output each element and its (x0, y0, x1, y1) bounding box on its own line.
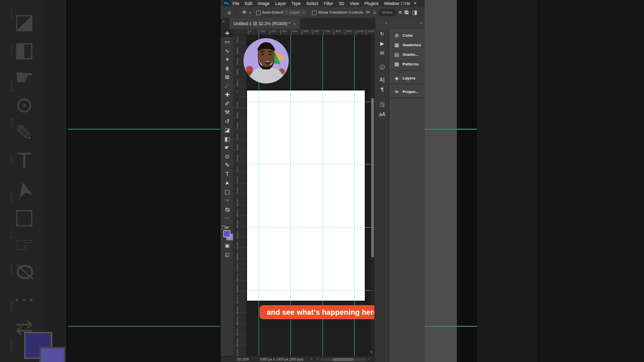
document-tab[interactable]: Untitled-1 @ 32.2% (RGB/8) * × (229, 18, 300, 29)
paragraph-icon[interactable]: ¶ (375, 87, 389, 93)
search-icon[interactable]: Ø (400, 10, 412, 15)
history-brush-tool[interactable]: ↺ (220, 117, 234, 125)
tab-close-icon[interactable]: × (293, 22, 296, 26)
menu-type[interactable]: Type (291, 1, 300, 6)
minimize-button[interactable]: — (387, 0, 394, 7)
screen-mode-icon[interactable]: ◱ (220, 252, 234, 257)
crop-tool[interactable]: ⋕ (220, 64, 234, 72)
panel-tab-swatches[interactable]: ▦Swatches (389, 40, 425, 50)
marquee-tool[interactable]: ▭ (220, 38, 234, 46)
move-tool[interactable]: ✛ (220, 29, 234, 37)
v-ruler-label: 1 3 0 0 (235, 231, 239, 239)
actions-icon[interactable]: ▶ (375, 41, 389, 46)
edit-toolbar[interactable]: ⋯ (220, 214, 234, 222)
home-icon[interactable]: ⌂ (227, 7, 231, 18)
v-ruler-label: 6 0 0 (235, 155, 239, 161)
maximize-button[interactable]: ▢ (399, 0, 406, 7)
type-tool-icon: T (225, 171, 229, 177)
panel-tab-properties[interactable]: ≡Proper... (389, 87, 425, 97)
align-left-icon[interactable]: ⊨ (366, 7, 370, 18)
menu-select[interactable]: Select (306, 1, 318, 6)
brush-tool[interactable]: ✐ (220, 100, 234, 108)
foreground-color-swatch[interactable] (223, 230, 230, 237)
panel-tab-patterns[interactable]: ▩Patterns (389, 59, 425, 69)
menu-filter[interactable]: Filter (324, 1, 333, 6)
tab-overflow-icon[interactable]: » (222, 19, 225, 24)
workspace-icon[interactable]: ◨ (412, 7, 417, 18)
menu-layer[interactable]: Layer (275, 1, 286, 6)
layer-dropdown[interactable]: Layer ∨ (283, 10, 306, 16)
zoom-tool[interactable]: Ø (220, 205, 234, 213)
dodge-tool[interactable]: ⊙ (220, 152, 234, 160)
align-center-icon[interactable]: ⊥ (373, 7, 377, 18)
close-button[interactable]: × (412, 0, 419, 7)
scroll-down-icon[interactable]: ∨ (370, 349, 373, 354)
eyedropper-tool[interactable]: ☄ (220, 82, 234, 90)
guide-vertical (290, 90, 291, 301)
guide-horizontal (247, 164, 365, 164)
patterns-panel-label: Patterns (403, 62, 419, 66)
eraser-tool[interactable]: ◪ (220, 126, 234, 134)
collapse-panels-icon[interactable]: « (384, 20, 387, 25)
chevron-down-icon[interactable]: ∨ (249, 7, 251, 18)
glyphs-icon[interactable]: aA (375, 112, 389, 117)
scroll-left-icon[interactable]: ‹ (317, 356, 318, 362)
document-canvas[interactable] (247, 90, 365, 301)
quick-mask-icon[interactable]: ▣ (220, 243, 234, 248)
panel-tab-layers[interactable]: ◈Layers (389, 73, 425, 83)
menu-3d[interactable]: 3D (339, 1, 344, 6)
type-tool[interactable]: T (220, 170, 234, 178)
document-tab-title: Untitled-1 @ 32.2% (RGB/8) * (233, 21, 290, 26)
panel-tab-gradients[interactable]: ▤Gradie... (389, 50, 425, 59)
menu-view[interactable]: View (350, 1, 359, 6)
healing-brush-tool[interactable]: ✚ (220, 90, 234, 99)
horizontal-scrollbar[interactable] (320, 358, 367, 361)
character-styles-icon[interactable]: ◳ (375, 102, 389, 107)
frame-tool[interactable]: ⊠ (220, 73, 234, 81)
clone-stamp-tool[interactable]: ⚒ (220, 108, 234, 116)
smudge-tool[interactable]: ☛ (220, 143, 234, 151)
zoom-level[interactable]: 32.15% (237, 356, 249, 362)
gradient-tool-icon: ◧ (224, 136, 229, 142)
swap-colors-icon[interactable]: ❒⇄ (222, 225, 229, 230)
hand-tool[interactable]: ☞ (220, 196, 234, 204)
h-ruler-label: 100 (259, 30, 265, 35)
path-selection-tool-icon: ➤ (223, 180, 232, 187)
path-selection-tool[interactable]: ➤ (220, 178, 234, 187)
layers-panel-icon: ◈ (394, 75, 399, 81)
background-ruler-number: 4 0 0 (7, 117, 16, 129)
notes-icon[interactable]: ✉ (375, 50, 389, 56)
character-icon[interactable]: A| (375, 77, 389, 82)
v-ruler-label: 1 0 0 0 (235, 198, 239, 207)
move-tool-icon[interactable]: ✛ (242, 7, 247, 18)
v-ruler-label: 1 8 0 0 (235, 285, 239, 293)
pen-tool[interactable]: ✎ (220, 161, 234, 169)
scroll-right-icon[interactable]: › (368, 356, 370, 362)
share-button[interactable]: Share (378, 9, 396, 16)
menu-plugins[interactable]: Plugins (364, 1, 378, 6)
info-icon[interactable]: ⓘ (375, 64, 389, 71)
show-transform-checkbox[interactable] (312, 11, 316, 15)
menu-file[interactable]: File (232, 1, 239, 6)
menu-image[interactable]: Image (258, 1, 270, 6)
panel-tab-color[interactable]: ⊛Color (389, 31, 425, 40)
color-panel-label: Color (403, 33, 413, 38)
menu-edit[interactable]: Edit (245, 1, 253, 6)
object-selection-tool[interactable]: ✶ (220, 55, 234, 63)
horizontal-scrollbar-thumb[interactable] (333, 358, 354, 361)
v-ruler-label: 1 5 0 0 (235, 252, 239, 261)
guide-vertical (354, 90, 355, 301)
guide-horizontal (247, 102, 365, 102)
status-expand-icon[interactable]: › (311, 356, 312, 362)
auto-select-checkbox[interactable] (256, 11, 261, 15)
rectangle-tool[interactable]: □ (220, 188, 234, 196)
history-icon[interactable]: ↻ (375, 31, 389, 37)
gradient-tool[interactable]: ◧ (220, 135, 234, 143)
background-dark-band (457, 0, 477, 362)
lasso-tool[interactable]: ∿ (220, 47, 234, 55)
collapse-panels-icon[interactable]: « (420, 20, 423, 25)
vertical-scrollbar-thumb[interactable] (371, 98, 374, 257)
background-ruler-band (43, 0, 68, 362)
menu-items: FileEditImageLayerTypeSelectFilter3DView… (232, 0, 410, 7)
photoshop-logo[interactable]: Ps (223, 1, 229, 6)
